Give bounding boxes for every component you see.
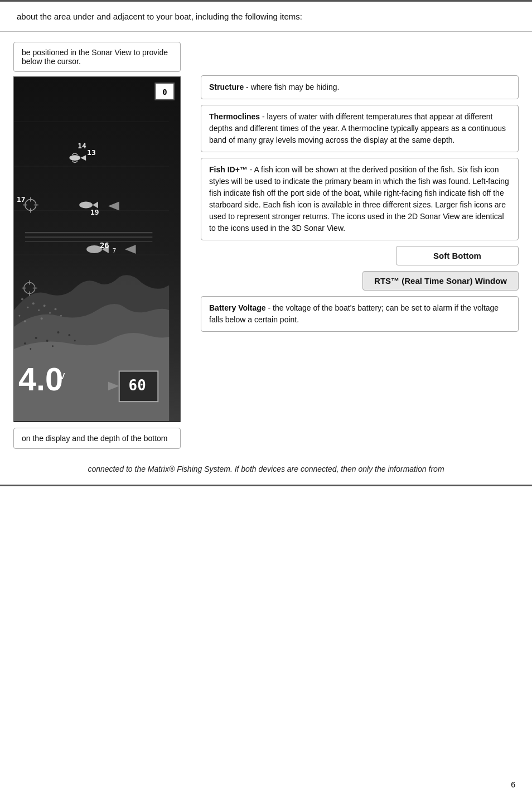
main-content: be positioned in the Sonar View to provi… [0,32,532,454]
svg-text:0: 0 [162,88,167,96]
header-text: about the area under and adjacent to you… [0,2,532,32]
right-column: Structure - where fish may be hiding. Th… [201,42,519,449]
svg-text:13: 13 [87,148,96,157]
svg-point-49 [60,315,62,317]
thermoclines-box: Thermoclines - layers of water with diff… [201,105,519,152]
thermoclines-dash: - [260,112,265,121]
svg-point-7 [24,342,26,345]
svg-point-52 [41,317,43,320]
left-column: be positioned in the Sonar View to provi… [13,42,192,449]
svg-text:14: 14 [78,142,86,150]
battery-box: Battery Voltage - the voltage of the boa… [201,296,519,332]
svg-point-13 [52,345,54,347]
footer-text: connected to the Matrix® Fishing System.… [0,454,532,479]
fishid-text: A fish icon will be shown at the derived… [209,165,509,233]
rts-window-box: RTS™ (Real Time Sonar) Window [362,271,519,291]
svg-point-44 [32,302,35,304]
svg-point-43 [27,307,28,308]
battery-dash: - [266,303,271,312]
svg-point-11 [68,334,70,336]
page-number: 6 [511,780,515,789]
svg-text:v: v [59,369,65,381]
svg-point-15 [69,155,80,161]
svg-text:60: 60 [129,377,146,394]
sonar-image: 13 14 19 26 7 [13,76,181,422]
soft-bottom-box: Soft Bottom [396,246,519,265]
structure-dash: - [244,83,249,91]
svg-point-42 [21,298,23,300]
battery-label: Battery Voltage [209,303,266,312]
svg-point-14 [74,340,76,341]
tooltip-box: be positioned in the Sonar View to provi… [13,42,181,72]
fishid-box: Fish ID+™ - A fish icon will be shown at… [201,158,519,240]
svg-text:7: 7 [113,247,117,254]
thermoclines-label: Thermoclines [209,112,260,121]
svg-point-48 [55,308,57,310]
svg-point-9 [46,340,49,342]
svg-point-51 [24,320,26,322]
svg-point-19 [79,202,93,209]
svg-point-47 [49,312,51,314]
svg-point-45 [38,309,40,311]
svg-text:26: 26 [100,241,109,250]
svg-text:19: 19 [90,208,99,216]
svg-text:17: 17 [17,195,26,204]
bottom-label-box: on the display and the depth of the bott… [13,428,181,449]
svg-point-12 [30,348,31,350]
structure-box: Structure - where fish may be hiding. [201,75,519,99]
svg-point-8 [35,337,37,339]
svg-point-10 [57,331,59,333]
svg-text:4.0: 4.0 [18,361,63,397]
svg-point-50 [18,315,20,317]
svg-point-46 [43,304,46,307]
bottom-divider [0,485,532,486]
fishid-label: Fish ID+™ [209,165,248,174]
structure-label: Structure [209,83,244,91]
structure-text: where fish may be hiding. [249,83,340,91]
